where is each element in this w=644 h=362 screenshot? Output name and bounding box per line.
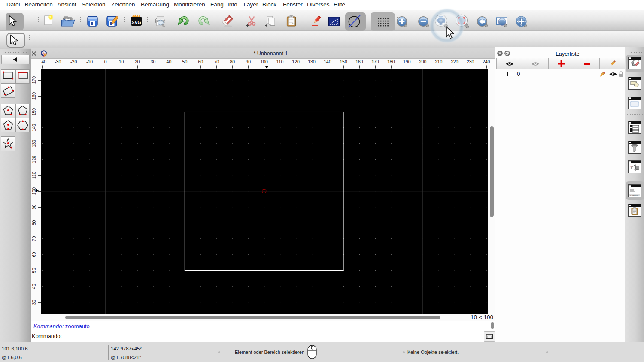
- svg-text:20: 20: [135, 59, 140, 64]
- svg-text:30: 30: [31, 300, 36, 305]
- svg-text:90: 90: [31, 205, 36, 210]
- svg-text:50: 50: [182, 59, 188, 64]
- svg-text:220: 220: [451, 59, 459, 64]
- svg-text:40: 40: [167, 59, 172, 64]
- svg-text:< command: < command: [630, 194, 638, 196]
- svg-text:100: 100: [260, 59, 268, 64]
- svg-text:SVG: SVG: [131, 20, 141, 25]
- svg-text:10: 10: [119, 59, 124, 64]
- svg-text:160: 160: [31, 92, 36, 100]
- svg-text:150: 150: [31, 108, 36, 116]
- svg-text:170: 170: [31, 76, 36, 84]
- svg-text:30: 30: [151, 59, 156, 64]
- svg-text:70: 70: [214, 59, 219, 64]
- svg-text:80: 80: [230, 59, 235, 64]
- svg-text:100: 100: [31, 187, 36, 195]
- svg-text:-10: -10: [86, 59, 93, 64]
- svg-text:190: 190: [403, 59, 411, 64]
- svg-text:140: 140: [324, 59, 331, 64]
- svg-text:40: 40: [41, 59, 46, 64]
- svg-text:160: 160: [355, 59, 363, 64]
- svg-text:90: 90: [246, 59, 251, 64]
- svg-text:110: 110: [31, 172, 36, 179]
- svg-text:210: 210: [435, 59, 443, 64]
- svg-text:200: 200: [419, 59, 427, 64]
- svg-text:110: 110: [276, 59, 284, 64]
- svg-text:130: 130: [308, 59, 316, 64]
- svg-text:60: 60: [198, 59, 203, 64]
- svg-text:180: 180: [387, 59, 395, 64]
- svg-text:120: 120: [31, 156, 36, 163]
- svg-text:-30: -30: [55, 59, 61, 64]
- svg-text:-20: -20: [70, 59, 77, 64]
- svg-text:60: 60: [31, 252, 36, 257]
- svg-text:120: 120: [292, 59, 300, 64]
- svg-text:130: 130: [31, 140, 36, 148]
- svg-text:50: 50: [31, 268, 36, 273]
- svg-text:0: 0: [104, 59, 107, 64]
- svg-text:140: 140: [31, 124, 36, 132]
- svg-text:80: 80: [31, 220, 36, 226]
- svg-text:170: 170: [371, 59, 379, 64]
- svg-text:240: 240: [483, 59, 490, 64]
- svg-text:150: 150: [340, 59, 347, 64]
- svg-text:70: 70: [31, 236, 36, 241]
- svg-text:40: 40: [31, 284, 36, 289]
- svg-text:230: 230: [467, 59, 474, 64]
